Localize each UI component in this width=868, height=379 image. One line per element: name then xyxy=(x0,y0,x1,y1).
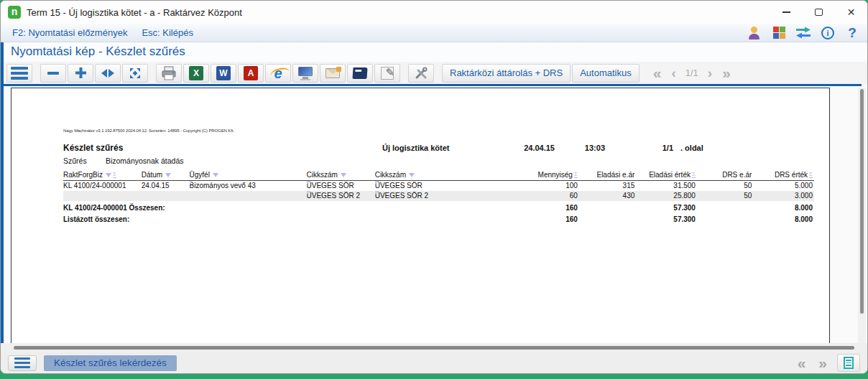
filter-label: Szűrés xyxy=(63,156,103,165)
expand-arrows-icon xyxy=(129,67,142,80)
table-cell: ÜVEGES SÖR xyxy=(375,181,482,191)
column-header: RaktForgBizΣ xyxy=(63,170,142,181)
toolbar: X W A e ✎ Raktárközi áttárolás + DRS Aut… xyxy=(4,62,867,84)
maximize-icon xyxy=(815,9,823,16)
horizontal-scrollbar[interactable] xyxy=(1,343,867,352)
first-page-icon[interactable]: « xyxy=(648,65,667,80)
filter-funnel-icon xyxy=(409,173,415,177)
query-tab[interactable]: Készlet szűrés lekérdezés xyxy=(44,355,177,371)
total-value: 160 xyxy=(482,212,579,224)
menu-bar: F2: Nyomtatási előzmények Esc: Kilépés i… xyxy=(1,24,867,42)
report-volume: Új logisztika kötet xyxy=(382,144,490,152)
total-value xyxy=(579,212,636,224)
menu-item-exit[interactable]: Esc: Kilépés xyxy=(134,26,200,39)
table-cell xyxy=(63,191,142,201)
export-word-button[interactable]: W xyxy=(211,64,236,83)
zoom-out-button[interactable] xyxy=(40,64,66,83)
report-time: 13:03 xyxy=(555,144,605,152)
total-value: 8.000 xyxy=(753,201,814,212)
document-list-button[interactable] xyxy=(837,354,860,372)
table-cell: ÜVEGES SÖR 2 xyxy=(375,191,482,201)
table-cell: Bizományos vevő 43 xyxy=(190,181,307,191)
sum-sigma-icon: Σ xyxy=(809,171,813,178)
query-menu-button[interactable] xyxy=(8,355,37,371)
sync-button[interactable] xyxy=(793,24,814,42)
table-cell: KL 4100/24-000001 xyxy=(63,181,142,191)
vertical-scrollbar[interactable] xyxy=(858,88,866,343)
warehouse-transfer-drs-button[interactable]: Raktárközi áttárolás + DRS xyxy=(442,64,571,83)
info-button[interactable]: i xyxy=(817,24,839,42)
automatic-label: Automatikus xyxy=(573,67,639,78)
table-cell: 5.000 xyxy=(753,181,814,191)
print-button[interactable] xyxy=(156,64,182,83)
next-page-icon[interactable]: › xyxy=(703,66,717,80)
page-indicator: 1/1 xyxy=(681,67,703,78)
report-title: Készlet szűrés xyxy=(63,143,382,153)
report-page: Nagy Machinátor v3.1.192.87500 2024.04.1… xyxy=(11,88,830,343)
total-row: KL 4100/24-000001 Összesen:16057.3008.00… xyxy=(63,201,814,212)
total-value: 57.300 xyxy=(636,212,697,224)
screen-view-button[interactable] xyxy=(292,64,318,83)
automatic-button[interactable]: Automatikus xyxy=(572,64,640,83)
plus-icon xyxy=(75,67,87,79)
hamburger-icon xyxy=(11,67,28,80)
window-title: Term 15 - Új logisztika kötet - a - Rakt… xyxy=(27,7,770,18)
total-value xyxy=(697,212,753,224)
table-cell: 50 xyxy=(697,191,753,201)
monitor-icon xyxy=(298,67,313,80)
filter-value: Bizományosnak átadás xyxy=(106,156,184,165)
next-query-icon[interactable]: » xyxy=(816,355,830,370)
total-value: 8.000 xyxy=(753,212,814,224)
column-header: DRS értékΣ xyxy=(753,170,814,181)
title-bar: n Term 15 - Új logisztika kötet - a - Ra… xyxy=(1,1,867,24)
table-cell: 25.800 xyxy=(636,191,697,201)
app-logo-icon: n xyxy=(8,6,21,19)
hamburger-icon xyxy=(14,357,30,360)
user-icon xyxy=(748,27,761,39)
mail-icon xyxy=(326,68,340,78)
previous-query-icon[interactable]: « xyxy=(795,355,809,370)
help-button[interactable]: ? xyxy=(841,24,863,42)
minimize-button[interactable] xyxy=(770,1,803,24)
close-button[interactable]: ✕ xyxy=(835,1,867,24)
printer-icon xyxy=(161,66,177,80)
app-window: n Term 15 - Új logisztika kötet - a - Ra… xyxy=(0,0,868,374)
report-table: RaktForgBizΣDátumÜgyfélCikkszámCikkszámM… xyxy=(63,170,814,224)
tools-icon xyxy=(414,66,428,80)
last-page-icon[interactable]: » xyxy=(717,65,736,80)
horizontal-scrollbar-thumb[interactable] xyxy=(14,346,854,350)
export-excel-button[interactable]: X xyxy=(183,64,209,83)
report-page-suffix: . oldal xyxy=(673,144,714,152)
help-icon: ? xyxy=(848,25,857,41)
column-header: MennyiségΣ xyxy=(482,170,579,181)
sum-sigma-icon: Σ xyxy=(692,171,696,178)
excel-icon: X xyxy=(189,66,203,80)
table-cell: 50 xyxy=(697,181,753,191)
user-button[interactable] xyxy=(744,24,765,42)
close-icon: ✕ xyxy=(847,7,856,17)
vertical-scrollbar-thumb[interactable] xyxy=(860,89,864,314)
sync-arrows-icon xyxy=(795,27,812,39)
report-date: 24.04.15 xyxy=(490,144,555,152)
column-header: Dátum xyxy=(142,170,190,181)
table-cell: 100 xyxy=(482,181,579,191)
maximize-button[interactable] xyxy=(803,1,835,24)
table-cell: ÜVEGES SÖR xyxy=(307,181,375,191)
send-mail-button[interactable] xyxy=(320,64,346,83)
zoom-in-button[interactable] xyxy=(68,64,93,83)
apps-grid-button[interactable] xyxy=(768,24,790,42)
menu-button[interactable] xyxy=(6,64,32,83)
menu-item-print-history[interactable]: F2: Nyomtatási előzmények xyxy=(5,26,134,39)
export-pdf-button[interactable]: A xyxy=(238,64,264,83)
open-in-browser-button[interactable]: e xyxy=(265,64,291,83)
fit-page-button[interactable] xyxy=(122,64,148,83)
fit-width-button[interactable] xyxy=(95,64,121,83)
archive-button[interactable] xyxy=(347,64,373,83)
previous-page-icon[interactable]: ‹ xyxy=(666,66,680,80)
column-header: Cikkszám xyxy=(375,170,482,181)
edit-button[interactable]: ✎ xyxy=(374,64,400,83)
info-icon: i xyxy=(821,27,834,39)
settings-button[interactable] xyxy=(408,64,434,83)
column-header: Eladási e.ár xyxy=(579,170,636,181)
minus-icon xyxy=(47,72,59,75)
